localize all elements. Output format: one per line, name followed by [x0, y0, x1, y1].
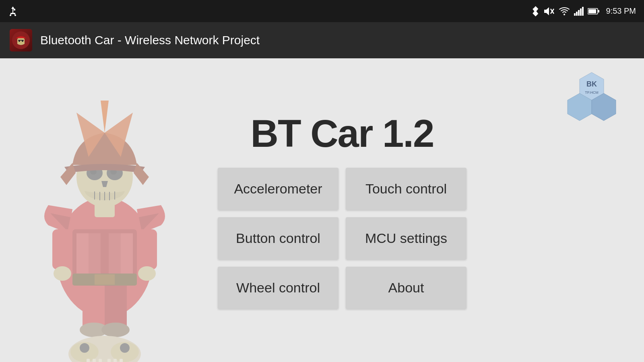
svg-text:TP.HCM: TP.HCM	[585, 90, 598, 95]
mcu-settings-button[interactable]: MCU settings	[346, 217, 466, 259]
bluetooth-icon	[531, 6, 539, 17]
svg-rect-0	[14, 9, 15, 10]
battery-icon	[588, 7, 600, 15]
svg-rect-5	[576, 12, 578, 16]
svg-rect-22	[83, 282, 105, 330]
svg-rect-20	[109, 233, 121, 274]
svg-rect-44	[114, 359, 117, 362]
svg-point-50	[54, 266, 71, 281]
svg-rect-18	[76, 233, 89, 274]
svg-rect-41	[93, 359, 96, 362]
svg-rect-53	[95, 274, 115, 285]
main-content: BK TP.HCM BT Car 1.2 Accelerometer Touch…	[0, 58, 644, 362]
touch-control-button[interactable]: Touch control	[346, 168, 466, 210]
svg-rect-43	[107, 359, 111, 362]
signal-icon	[574, 7, 584, 16]
app-name: BT Car 1.2	[251, 111, 434, 156]
usb-icon	[8, 6, 18, 17]
svg-rect-8	[582, 7, 584, 16]
svg-rect-4	[574, 13, 576, 16]
button-control-button[interactable]: Button control	[218, 217, 339, 259]
app-bar: Bluetooth Car - Wireless Network Project	[0, 22, 644, 58]
svg-rect-49	[137, 229, 157, 269]
svg-point-15	[22, 40, 23, 42]
bk-logo: BK TP.HCM	[564, 70, 620, 127]
status-bar: 9:53 PM	[0, 0, 644, 22]
svg-rect-42	[99, 359, 102, 362]
svg-point-25	[101, 323, 130, 337]
svg-rect-40	[87, 359, 90, 362]
svg-point-47	[120, 343, 130, 353]
svg-rect-10	[598, 10, 599, 12]
svg-rect-21	[121, 233, 133, 274]
about-button[interactable]: About	[346, 267, 466, 309]
svg-rect-48	[52, 229, 72, 269]
app-bar-title: Bluetooth Car - Wireless Network Project	[40, 33, 260, 47]
svg-point-3	[564, 14, 565, 15]
mute-icon	[543, 6, 555, 16]
status-right: 9:53 PM	[531, 6, 636, 17]
svg-point-46	[80, 343, 89, 353]
samurai-illustration	[0, 58, 209, 362]
svg-rect-7	[580, 8, 582, 16]
wheel-control-button[interactable]: Wheel control	[218, 267, 339, 309]
status-time: 9:53 PM	[606, 6, 636, 16]
svg-rect-45	[120, 359, 123, 362]
accelerometer-button[interactable]: Accelerometer	[218, 168, 339, 210]
svg-rect-23	[105, 282, 127, 330]
svg-text:BK: BK	[586, 80, 597, 88]
wifi-icon	[559, 7, 570, 16]
svg-rect-11	[588, 9, 596, 13]
svg-point-51	[138, 266, 156, 281]
status-left	[8, 6, 18, 17]
svg-point-14	[19, 40, 20, 42]
app-icon	[10, 29, 32, 51]
center-content: BT Car 1.2 Accelerometer Touch control B…	[218, 111, 466, 309]
svg-rect-19	[89, 233, 101, 274]
svg-rect-6	[578, 10, 580, 16]
button-grid: Accelerometer Touch control Button contr…	[218, 168, 466, 309]
